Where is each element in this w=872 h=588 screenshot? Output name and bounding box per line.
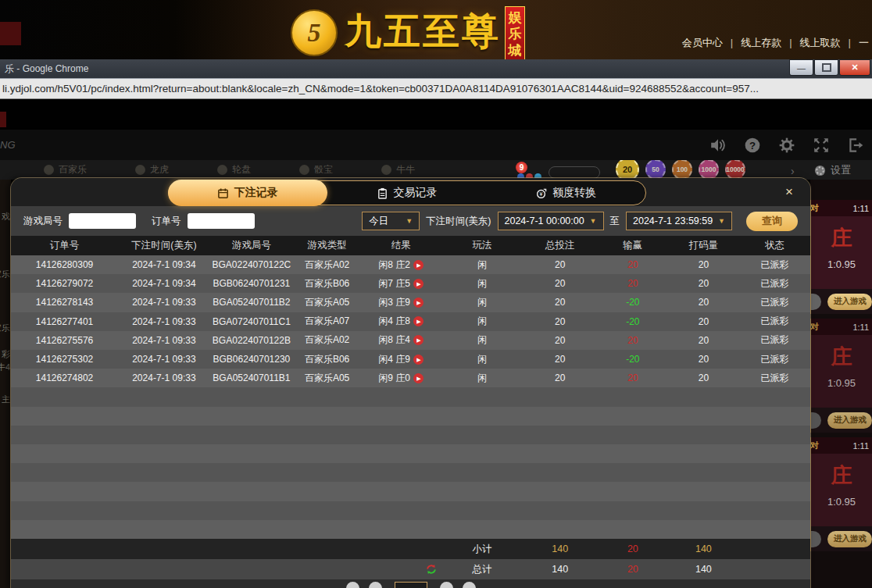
svg-text:¥: ¥	[540, 191, 543, 197]
banker-bet-label: 庄	[831, 343, 852, 371]
baccarat-table-card: 对 1:11 庄 1:0.95 进入游戏	[810, 437, 872, 551]
grand-total-win-loss: 20	[597, 564, 669, 575]
exit-icon[interactable]	[847, 137, 864, 154]
pager-prev-button[interactable]	[369, 582, 382, 588]
cell-turnover: 20	[669, 316, 738, 327]
grand-total-bet: 140	[524, 564, 597, 575]
lobby-nav-icon	[44, 165, 54, 175]
grand-total-turnover: 140	[669, 564, 738, 575]
sidebar-fragment: 彩	[2, 348, 10, 360]
maximize-button[interactable]	[814, 59, 838, 76]
site-logo: 5 九五至尊 娱乐城	[291, 6, 525, 59]
col-result: 结果	[361, 239, 441, 252]
date-range-value: 今日	[369, 215, 388, 228]
minimize-button[interactable]: —	[789, 59, 813, 76]
settings-gear-icon[interactable]	[778, 137, 795, 154]
table-header: 订单号 下注时间(美东) 游戏局号 游戏类型 结果 玩法 总投注 输赢 打码量 …	[11, 236, 810, 255]
cell-game-type: 百家乐A02	[293, 258, 361, 272]
help-icon[interactable]: ?	[744, 137, 761, 154]
round-filter-input[interactable]	[69, 213, 136, 229]
result-text: 闲3 庄9	[378, 296, 410, 309]
pager-first-button[interactable]	[346, 582, 359, 588]
bet-chip[interactable]: 50	[645, 160, 666, 180]
bet-chip[interactable]: 20	[616, 160, 639, 180]
date-range-select[interactable]: 今日 ▼	[362, 212, 420, 230]
cell-play: 闲	[441, 372, 523, 385]
lobby-nav-item[interactable]: 龙虎	[135, 163, 169, 176]
bet-chip[interactable]: 100	[672, 160, 692, 180]
pager-last-button[interactable]	[463, 582, 476, 588]
sidebar-fragment: 主	[2, 394, 10, 405]
banner-link[interactable]: 线上取款	[781, 36, 840, 50]
tab-credit-transfer[interactable]: ¥ 额度转换	[486, 181, 645, 205]
lobby-settings[interactable]: 设置	[814, 163, 851, 177]
chips-more-arrow[interactable]: ›	[791, 165, 795, 177]
bet-chip[interactable]: 1000	[699, 160, 719, 180]
page-gap	[0, 100, 872, 130]
col-win-loss: 输赢	[597, 239, 669, 252]
page-number-input[interactable]	[395, 582, 427, 588]
replay-icon[interactable]: ▶	[413, 373, 423, 383]
replay-icon[interactable]: ▶	[413, 279, 423, 289]
status-badge: 已派彩	[738, 353, 810, 366]
tab-transaction-records[interactable]: 交易记录	[327, 181, 487, 205]
enter-game-button[interactable]: 进入游戏	[827, 294, 872, 310]
chip-icon	[814, 165, 826, 176]
order-filter-input[interactable]	[188, 213, 255, 229]
lobby-nav-item[interactable]: 牛牛	[381, 163, 415, 176]
replay-icon[interactable]: ▶	[413, 260, 423, 270]
replay-icon[interactable]: ▶	[413, 316, 423, 326]
banner-link[interactable]: 线上存款	[723, 36, 781, 50]
volume-icon[interactable]	[709, 137, 727, 154]
tab-bet-records[interactable]: 下注记录	[168, 180, 327, 206]
search-button[interactable]: 查询	[746, 212, 798, 231]
replay-icon[interactable]: ▶	[413, 355, 423, 365]
bet-chip[interactable]: 10000	[725, 160, 745, 180]
partial-left-button[interactable]	[811, 294, 821, 310]
from-datetime-select[interactable]: 2024-7-1 00:00:00 ▼	[498, 212, 604, 230]
partial-left-button[interactable]	[811, 531, 821, 547]
refresh-icon[interactable]	[425, 563, 438, 576]
col-total-bet: 总投注	[524, 239, 597, 252]
banner-link[interactable]: 一	[841, 36, 869, 50]
replay-icon[interactable]: ▶	[413, 335, 423, 345]
window-title: 乐 - Google Chrome	[5, 62, 88, 76]
banker-bet-label: 庄	[831, 224, 852, 252]
tab-label: 下注记录	[234, 186, 278, 200]
pagination	[11, 579, 810, 588]
lobby-nav-label: 轮盘	[232, 163, 251, 176]
result-text: 闲7 庄5	[378, 277, 410, 290]
fullscreen-icon[interactable]	[813, 137, 830, 154]
table-row: 14126280309 2024-7-1 09:34 BGA0224070122…	[11, 255, 810, 274]
cell-game-type: 百家乐B06	[293, 277, 361, 290]
status-badge: 已派彩	[738, 333, 810, 347]
banner-link[interactable]: 会员中心	[682, 36, 723, 50]
cell-round-id: BGA0224070122C	[210, 259, 293, 270]
lobby-nav-item[interactable]: 百家乐	[44, 163, 87, 176]
cell-result: 闲8 庄4 ▶	[361, 333, 441, 347]
modal-close-icon[interactable]: ×	[785, 184, 793, 200]
table-row: 14126274802 2024-7-1 09:33 BGA052407011B…	[11, 369, 810, 387]
cell-order-id: 14126279072	[11, 278, 118, 289]
close-window-button[interactable]: ✕	[839, 59, 870, 76]
cell-result: 闲8 庄2 ▶	[361, 258, 441, 272]
replay-icon[interactable]: ▶	[413, 298, 423, 308]
address-bar[interactable]: li.ydjol.com/h5V01/pc/index.html?return=…	[0, 78, 872, 99]
browser-titlebar: 乐 - Google Chrome — ✕	[0, 59, 872, 78]
table-row: 14126277401 2024-7-1 09:33 BGA072407011C…	[11, 312, 810, 331]
cell-bet-time: 2024-7-1 09:33	[118, 316, 210, 327]
enter-game-button[interactable]: 进入游戏	[827, 531, 872, 547]
gap-red-fragment	[0, 112, 6, 127]
pager-next-button[interactable]	[440, 582, 453, 588]
enter-game-button[interactable]: 进入游戏	[827, 412, 872, 429]
banner-links: 会员中心线上存款线上取款一	[682, 36, 869, 50]
cell-round-id: BGA052407011B1	[210, 372, 293, 383]
partial-left-button[interactable]	[811, 412, 821, 429]
col-play: 玩法	[441, 239, 523, 252]
calendar-icon	[217, 187, 229, 199]
pair-bet-label: 对	[811, 202, 819, 214]
lobby-nav-item[interactable]: 骰宝	[299, 163, 333, 176]
cell-order-id: 14126274802	[11, 372, 118, 383]
lobby-nav-item[interactable]: 轮盘	[217, 163, 251, 176]
to-datetime-select[interactable]: 2024-7-1 23:59:59 ▼	[626, 212, 732, 230]
